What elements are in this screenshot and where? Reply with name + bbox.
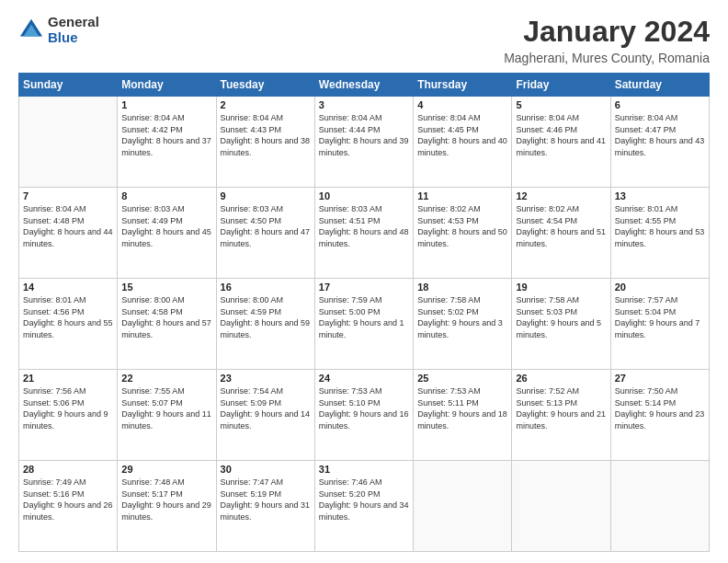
- logo: General Blue: [18, 15, 99, 45]
- month-title: January 2024: [504, 15, 710, 49]
- title-block: January 2024 Magherani, Mures County, Ro…: [504, 15, 710, 65]
- day-info: Sunrise: 7:53 AMSunset: 5:11 PMDaylight:…: [417, 385, 507, 431]
- logo-text: General Blue: [48, 15, 99, 45]
- header: General Blue January 2024 Magherani, Mur…: [18, 15, 710, 65]
- logo-general-text: General: [48, 15, 99, 30]
- day-number: 4: [417, 99, 507, 110]
- calendar-cell: 16Sunrise: 8:00 AMSunset: 4:59 PMDayligh…: [216, 279, 314, 370]
- day-number: 22: [121, 373, 211, 384]
- day-number: 23: [221, 373, 311, 384]
- day-info: Sunrise: 7:58 AMSunset: 5:02 PMDaylight:…: [417, 294, 507, 340]
- header-saturday: Saturday: [610, 74, 709, 97]
- calendar-cell: 24Sunrise: 7:53 AMSunset: 5:10 PMDayligh…: [314, 370, 413, 461]
- calendar-cell: 25Sunrise: 7:53 AMSunset: 5:11 PMDayligh…: [414, 370, 512, 461]
- day-number: 2: [221, 99, 311, 110]
- header-monday: Monday: [118, 74, 216, 97]
- calendar-cell: 3Sunrise: 8:04 AMSunset: 4:44 PMDaylight…: [314, 97, 413, 188]
- day-number: 30: [221, 464, 311, 475]
- header-sunday: Sunday: [19, 74, 118, 97]
- day-info: Sunrise: 7:55 AMSunset: 5:07 PMDaylight:…: [121, 385, 211, 431]
- calendar-cell: 15Sunrise: 8:00 AMSunset: 4:58 PMDayligh…: [118, 279, 216, 370]
- week-row-3: 21Sunrise: 7:56 AMSunset: 5:06 PMDayligh…: [19, 370, 710, 461]
- day-number: 1: [121, 99, 211, 110]
- calendar-cell: 5Sunrise: 8:04 AMSunset: 4:46 PMDaylight…: [512, 97, 610, 188]
- calendar-cell: 4Sunrise: 8:04 AMSunset: 4:45 PMDaylight…: [414, 97, 512, 188]
- day-number: 20: [615, 282, 705, 293]
- day-info: Sunrise: 8:01 AMSunset: 4:56 PMDaylight:…: [23, 294, 113, 340]
- calendar-cell: 29Sunrise: 7:48 AMSunset: 5:17 PMDayligh…: [118, 461, 216, 552]
- day-number: 6: [615, 99, 705, 110]
- calendar-cell: 13Sunrise: 8:01 AMSunset: 4:55 PMDayligh…: [610, 188, 709, 279]
- day-info: Sunrise: 7:58 AMSunset: 5:03 PMDaylight:…: [516, 294, 606, 340]
- day-number: 15: [121, 282, 211, 293]
- week-row-1: 7Sunrise: 8:04 AMSunset: 4:48 PMDaylight…: [19, 188, 710, 279]
- header-thursday: Thursday: [414, 74, 512, 97]
- calendar-cell: [19, 97, 118, 188]
- day-info: Sunrise: 8:01 AMSunset: 4:55 PMDaylight:…: [615, 203, 705, 249]
- header-tuesday: Tuesday: [216, 74, 314, 97]
- calendar-cell: 18Sunrise: 7:58 AMSunset: 5:02 PMDayligh…: [414, 279, 512, 370]
- page: General Blue January 2024 Magherani, Mur…: [0, 0, 728, 563]
- day-number: 19: [516, 282, 606, 293]
- day-info: Sunrise: 7:54 AMSunset: 5:09 PMDaylight:…: [221, 385, 311, 431]
- calendar-cell: 6Sunrise: 8:04 AMSunset: 4:47 PMDaylight…: [610, 97, 709, 188]
- day-info: Sunrise: 8:04 AMSunset: 4:43 PMDaylight:…: [221, 112, 311, 158]
- calendar-cell: 28Sunrise: 7:49 AMSunset: 5:16 PMDayligh…: [19, 461, 118, 552]
- day-info: Sunrise: 8:04 AMSunset: 4:48 PMDaylight:…: [23, 203, 113, 249]
- calendar-table: Sunday Monday Tuesday Wednesday Thursday…: [18, 73, 710, 552]
- day-info: Sunrise: 8:04 AMSunset: 4:46 PMDaylight:…: [516, 112, 606, 158]
- calendar-cell: 31Sunrise: 7:46 AMSunset: 5:20 PMDayligh…: [314, 461, 413, 552]
- day-number: 16: [221, 282, 311, 293]
- calendar-cell: 7Sunrise: 8:04 AMSunset: 4:48 PMDaylight…: [19, 188, 118, 279]
- day-info: Sunrise: 8:03 AMSunset: 4:50 PMDaylight:…: [221, 203, 311, 249]
- day-number: 11: [417, 190, 507, 201]
- day-info: Sunrise: 7:47 AMSunset: 5:19 PMDaylight:…: [221, 477, 311, 523]
- day-info: Sunrise: 7:57 AMSunset: 5:04 PMDaylight:…: [615, 294, 705, 340]
- day-info: Sunrise: 8:02 AMSunset: 4:53 PMDaylight:…: [417, 203, 507, 249]
- day-info: Sunrise: 8:00 AMSunset: 4:59 PMDaylight:…: [221, 294, 311, 340]
- day-info: Sunrise: 8:00 AMSunset: 4:58 PMDaylight:…: [121, 294, 211, 340]
- day-info: Sunrise: 8:04 AMSunset: 4:47 PMDaylight:…: [615, 112, 705, 158]
- day-number: 25: [417, 373, 507, 384]
- day-info: Sunrise: 7:53 AMSunset: 5:10 PMDaylight:…: [319, 385, 409, 431]
- calendar-cell: 10Sunrise: 8:03 AMSunset: 4:51 PMDayligh…: [314, 188, 413, 279]
- calendar-cell: 23Sunrise: 7:54 AMSunset: 5:09 PMDayligh…: [216, 370, 314, 461]
- day-info: Sunrise: 7:59 AMSunset: 5:00 PMDaylight:…: [319, 294, 409, 340]
- day-number: 17: [319, 282, 409, 293]
- day-info: Sunrise: 8:04 AMSunset: 4:45 PMDaylight:…: [417, 112, 507, 158]
- calendar-cell: [414, 461, 512, 552]
- week-row-2: 14Sunrise: 8:01 AMSunset: 4:56 PMDayligh…: [19, 279, 710, 370]
- day-number: 9: [221, 190, 311, 201]
- header-wednesday: Wednesday: [314, 74, 413, 97]
- calendar-cell: 2Sunrise: 8:04 AMSunset: 4:43 PMDaylight…: [216, 97, 314, 188]
- calendar-cell: 21Sunrise: 7:56 AMSunset: 5:06 PMDayligh…: [19, 370, 118, 461]
- day-number: 26: [516, 373, 606, 384]
- day-number: 5: [516, 99, 606, 110]
- day-number: 24: [319, 373, 409, 384]
- calendar-cell: 1Sunrise: 8:04 AMSunset: 4:42 PMDaylight…: [118, 97, 216, 188]
- calendar-cell: 12Sunrise: 8:02 AMSunset: 4:54 PMDayligh…: [512, 188, 610, 279]
- calendar-cell: 20Sunrise: 7:57 AMSunset: 5:04 PMDayligh…: [610, 279, 709, 370]
- week-row-4: 28Sunrise: 7:49 AMSunset: 5:16 PMDayligh…: [19, 461, 710, 552]
- location: Magherani, Mures County, Romania: [504, 51, 710, 65]
- day-number: 8: [121, 190, 211, 201]
- calendar-cell: 8Sunrise: 8:03 AMSunset: 4:49 PMDaylight…: [118, 188, 216, 279]
- day-number: 14: [23, 282, 113, 293]
- calendar-cell: 17Sunrise: 7:59 AMSunset: 5:00 PMDayligh…: [314, 279, 413, 370]
- calendar-cell: 27Sunrise: 7:50 AMSunset: 5:14 PMDayligh…: [610, 370, 709, 461]
- day-info: Sunrise: 8:03 AMSunset: 4:49 PMDaylight:…: [121, 203, 211, 249]
- day-number: 29: [121, 464, 211, 475]
- calendar-cell: [512, 461, 610, 552]
- day-info: Sunrise: 8:04 AMSunset: 4:42 PMDaylight:…: [121, 112, 211, 158]
- week-row-0: 1Sunrise: 8:04 AMSunset: 4:42 PMDaylight…: [19, 97, 710, 188]
- calendar-cell: 19Sunrise: 7:58 AMSunset: 5:03 PMDayligh…: [512, 279, 610, 370]
- day-info: Sunrise: 7:52 AMSunset: 5:13 PMDaylight:…: [516, 385, 606, 431]
- day-info: Sunrise: 8:03 AMSunset: 4:51 PMDaylight:…: [319, 203, 409, 249]
- day-number: 18: [417, 282, 507, 293]
- day-number: 21: [23, 373, 113, 384]
- logo-icon: [18, 17, 44, 43]
- day-info: Sunrise: 7:50 AMSunset: 5:14 PMDaylight:…: [615, 385, 705, 431]
- day-info: Sunrise: 7:49 AMSunset: 5:16 PMDaylight:…: [23, 477, 113, 523]
- day-number: 27: [615, 373, 705, 384]
- day-info: Sunrise: 8:04 AMSunset: 4:44 PMDaylight:…: [319, 112, 409, 158]
